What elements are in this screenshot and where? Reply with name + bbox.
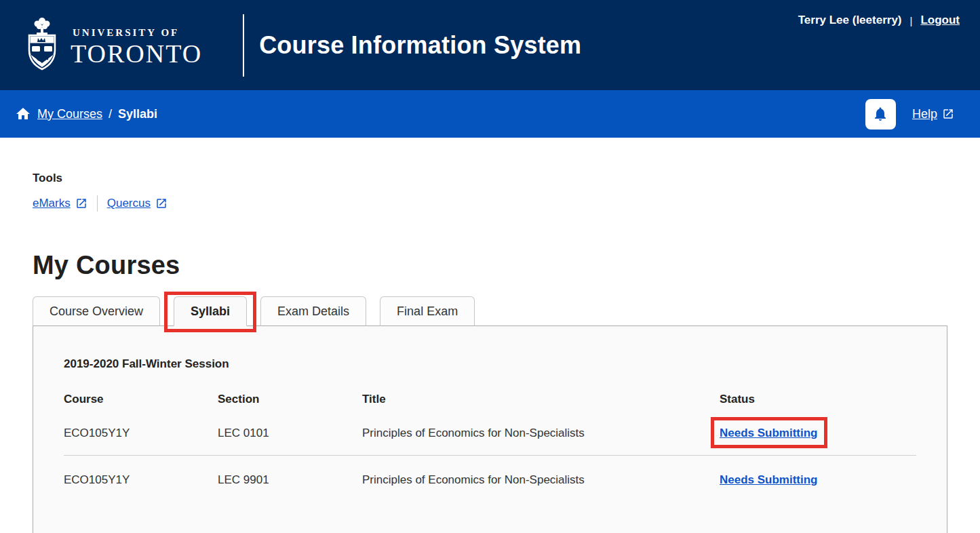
logo-wordmark: UNIVERSITY OF TORONTO — [71, 28, 202, 66]
tools-divider — [97, 195, 98, 212]
uoft-crest-icon — [20, 16, 64, 75]
logo-line-university-of: UNIVERSITY OF — [73, 28, 202, 38]
table-row: ECO105Y1Y LEC 0101 Principles of Economi… — [64, 427, 916, 440]
uoft-logo[interactable]: UNIVERSITY OF TORONTO — [20, 16, 202, 75]
course-table: Course Section Title Status ECO105Y1Y LE… — [64, 393, 916, 487]
breadcrumb-current: Syllabi — [118, 107, 157, 121]
app-header: UNIVERSITY OF TORONTO Course Information… — [0, 0, 980, 90]
course-cell: ECO105Y1Y — [64, 427, 218, 440]
help-link-label: Help — [912, 107, 937, 121]
course-cell: ECO105Y1Y — [64, 473, 218, 487]
session-heading: 2019-2020 Fall-Winter Session — [64, 357, 916, 371]
section-cell: LEC 0101 — [218, 427, 362, 440]
breadcrumb-link-my-courses[interactable]: My Courses — [37, 107, 102, 121]
tab-syllabi-wrapper: Syllabi — [174, 296, 247, 325]
tab-final-exam[interactable]: Final Exam — [380, 296, 475, 326]
table-row: ECO105Y1Y LEC 9901 Principles of Economi… — [64, 473, 916, 487]
help-link[interactable]: Help — [912, 107, 954, 121]
home-icon[interactable] — [15, 106, 31, 122]
column-header-status: Status — [720, 393, 916, 406]
status-cell: Needs Submitting — [720, 473, 916, 487]
tab-exam-details[interactable]: Exam Details — [260, 296, 366, 326]
tools-section: Tools eMarks Quercus — [33, 172, 947, 212]
title-cell: Principles of Economics for Non-Speciali… — [362, 473, 720, 487]
status-cell: Needs Submitting — [720, 427, 916, 440]
tab-syllabi[interactable]: Syllabi — [174, 296, 247, 326]
quercus-link-label: Quercus — [107, 197, 151, 210]
needs-submitting-link[interactable]: Needs Submitting — [720, 427, 818, 439]
breadcrumb-separator: / — [109, 107, 112, 121]
quercus-link[interactable]: Quercus — [107, 197, 168, 210]
page-title: My Courses — [33, 251, 947, 280]
tools-heading: Tools — [33, 172, 947, 185]
tab-bar: Course Overview Syllabi Exam Details Fin… — [33, 296, 947, 325]
title-cell: Principles of Economics for Non-Speciali… — [362, 427, 720, 440]
page-content: Tools eMarks Quercus My Cou — [0, 172, 980, 533]
tools-links: eMarks Quercus — [33, 195, 947, 212]
breadcrumb-bar-right: Help — [865, 99, 954, 130]
logout-link[interactable]: Logout — [920, 14, 960, 27]
notifications-button[interactable] — [865, 99, 896, 130]
emarks-link-label: eMarks — [33, 197, 71, 210]
needs-submitting-link[interactable]: Needs Submitting — [720, 473, 818, 486]
row-divider — [64, 455, 916, 456]
user-area: Terry Lee (leeterry) | Logout — [798, 14, 960, 27]
notification-bell-icon — [872, 106, 888, 122]
syllabi-panel: 2019-2020 Fall-Winter Session Course Sec… — [33, 325, 947, 533]
breadcrumb: My Courses / Syllabi — [15, 106, 157, 122]
header-divider — [243, 14, 244, 77]
external-link-icon — [75, 197, 87, 210]
table-header-row: Course Section Title Status — [64, 393, 916, 406]
emarks-link[interactable]: eMarks — [33, 197, 87, 210]
logo-line-toronto: TORONTO — [71, 41, 202, 66]
external-link-icon — [942, 108, 954, 120]
breadcrumb-bar: My Courses / Syllabi Help — [0, 90, 980, 138]
column-header-course: Course — [64, 393, 218, 406]
user-separator: | — [910, 15, 913, 26]
user-name: Terry Lee (leeterry) — [798, 14, 902, 27]
column-header-title: Title — [362, 393, 720, 406]
status-link-wrapper: Needs Submitting — [720, 427, 818, 440]
external-link-icon — [155, 197, 168, 210]
app-title: Course Information System — [259, 31, 581, 60]
column-header-section: Section — [218, 393, 362, 406]
tab-course-overview[interactable]: Course Overview — [33, 296, 160, 326]
section-cell: LEC 9901 — [218, 473, 362, 487]
